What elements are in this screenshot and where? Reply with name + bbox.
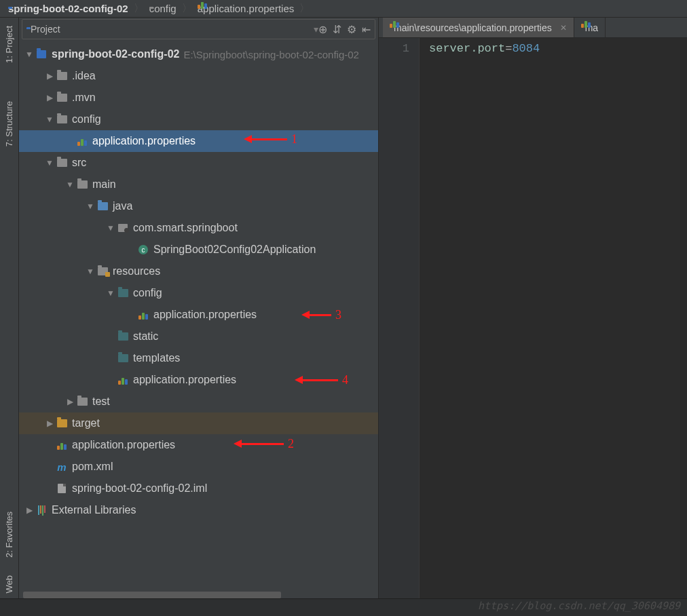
tool-tab-favorites[interactable]: 2: Favorites bbox=[3, 506, 16, 563]
tree-label: config bbox=[72, 113, 101, 126]
folder-icon bbox=[76, 178, 88, 191]
class-icon: c bbox=[137, 244, 149, 256]
tree-label: application.properties bbox=[72, 439, 175, 451]
package-icon bbox=[117, 222, 129, 234]
editor-panel: main\resources\application.properties ✕ … bbox=[379, 18, 687, 598]
tree-root-path: E:\Springboot\spring-boot-02-config-02 bbox=[183, 49, 359, 60]
line-number: 1 bbox=[379, 42, 409, 55]
editor-tab[interactable]: ma bbox=[574, 18, 606, 37]
excluded-folder-icon bbox=[56, 417, 68, 429]
watermark: https://blog.csdn.net/qq_30604989 bbox=[478, 600, 680, 612]
folder-icon bbox=[117, 287, 129, 299]
file-icon bbox=[56, 482, 68, 495]
resources-folder-icon bbox=[96, 265, 109, 277]
tree-file-root-app[interactable]: application.properties bbox=[19, 434, 378, 456]
tree-folder-java[interactable]: ▼ java bbox=[19, 195, 378, 217]
code-area[interactable]: server.port=8084 bbox=[420, 38, 687, 598]
tree-folder-src[interactable]: ▼ src bbox=[19, 152, 378, 174]
tree-folder-target[interactable]: ▶ target bbox=[19, 412, 378, 434]
editor-tab-label: main\resources\application.properties bbox=[394, 22, 552, 33]
project-icon bbox=[35, 48, 48, 60]
tree-label: config bbox=[133, 287, 162, 299]
tree-folder-mvn[interactable]: ▶ .mvn bbox=[19, 87, 378, 109]
folder-icon bbox=[117, 352, 129, 364]
tree-folder-test[interactable]: ▶ test bbox=[19, 391, 378, 412]
tree-label: src bbox=[72, 157, 86, 169]
tree-label: application.properties bbox=[133, 374, 236, 386]
editor-body[interactable]: 1 server.port=8084 bbox=[379, 38, 687, 598]
tree-folder-res-config[interactable]: ▼ config bbox=[19, 282, 378, 304]
line-number-gutter: 1 bbox=[379, 38, 420, 598]
tree-file-res-config-app[interactable]: application.properties bbox=[19, 304, 378, 326]
tree-label: spring-boot-02-config-02.iml bbox=[72, 482, 207, 495]
tree-label: spring-boot-02-config-02 bbox=[52, 48, 179, 60]
breadcrumb-folder[interactable]: config bbox=[145, 0, 181, 17]
project-panel-title: Project bbox=[31, 24, 60, 35]
breadcrumb: spring-boot-02-config-02 〉 config 〉 appl… bbox=[0, 0, 687, 18]
tree-folder-main[interactable]: ▼ main bbox=[19, 174, 378, 195]
tree-external-libraries[interactable]: ▶ External Libraries bbox=[19, 499, 378, 521]
tree-label: test bbox=[92, 396, 110, 408]
folder-icon bbox=[56, 113, 68, 126]
tool-tab-label: 2: Favorites bbox=[4, 512, 14, 558]
project-panel-header[interactable]: Project ▾ ⊕ ⇵ ⚙ ⇤ bbox=[22, 19, 375, 39]
tool-tab-web[interactable]: Web bbox=[3, 570, 16, 599]
tree-label: target bbox=[72, 417, 100, 429]
folder-icon bbox=[56, 92, 68, 104]
locate-icon[interactable]: ⊕ bbox=[318, 23, 327, 36]
tree-root[interactable]: ▼ spring-boot-02-config-02 E:\Springboot… bbox=[19, 43, 378, 65]
breadcrumb-project[interactable]: spring-boot-02-config-02 bbox=[4, 0, 132, 17]
tree-file-config-app[interactable]: application.properties bbox=[19, 130, 378, 152]
editor-tabs: main\resources\application.properties ✕ … bbox=[379, 18, 687, 38]
tree-folder-config[interactable]: ▼ config bbox=[19, 109, 378, 130]
tree-label: com.smart.springboot bbox=[133, 222, 238, 234]
tree-folder-templates[interactable]: templates bbox=[19, 347, 378, 369]
tree-folder-idea[interactable]: ▶ .idea bbox=[19, 65, 378, 87]
breadcrumb-file[interactable]: application.properties bbox=[193, 0, 299, 17]
tool-tab-label: Web bbox=[4, 575, 14, 594]
folder-icon bbox=[117, 330, 129, 343]
tree-class[interactable]: c SpringBoot02Config02Application bbox=[19, 239, 378, 261]
tree-label: application.properties bbox=[92, 135, 196, 147]
tool-tab-structure[interactable]: 7: Structure bbox=[3, 96, 16, 152]
tree-file-res-app[interactable]: application.properties bbox=[19, 369, 378, 391]
tree-file-pom[interactable]: m pom.xml bbox=[19, 456, 378, 478]
properties-icon bbox=[76, 135, 88, 147]
properties-icon bbox=[137, 309, 149, 321]
horizontal-scrollbar[interactable] bbox=[23, 592, 281, 598]
tool-tab-project[interactable]: 1: Project bbox=[3, 20, 16, 69]
breadcrumb-label: spring-boot-02-config-02 bbox=[8, 3, 128, 14]
tree-folder-resources[interactable]: ▼ resources bbox=[19, 261, 378, 282]
chevron-right-icon: 〉 bbox=[298, 2, 311, 15]
tree-file-iml[interactable]: spring-boot-02-config-02.iml bbox=[19, 478, 378, 499]
tree-label: main bbox=[92, 178, 116, 191]
properties-icon bbox=[56, 439, 68, 451]
tool-window-bar-left: 1: Project 7: Structure 2: Favorites Web bbox=[0, 18, 19, 598]
close-icon[interactable]: ✕ bbox=[560, 23, 567, 33]
folder-icon bbox=[76, 396, 88, 408]
tree-folder-static[interactable]: static bbox=[19, 326, 378, 347]
gear-icon[interactable]: ⚙ bbox=[347, 23, 356, 36]
collapse-icon[interactable]: ⇵ bbox=[333, 23, 341, 36]
libraries-icon bbox=[35, 504, 48, 516]
tree-label: .idea bbox=[72, 70, 96, 82]
tool-tab-label: 1: Project bbox=[4, 26, 14, 63]
chevron-right-icon: 〉 bbox=[181, 2, 193, 15]
project-tool-window: Project ▾ ⊕ ⇵ ⚙ ⇤ ▼ spring-boot-02-confi… bbox=[19, 18, 379, 598]
tree-label: java bbox=[113, 200, 132, 212]
tree-label: External Libraries bbox=[52, 504, 136, 516]
tree-package[interactable]: ▼ com.smart.springboot bbox=[19, 217, 378, 239]
tree-label: templates bbox=[133, 352, 180, 364]
folder-icon bbox=[56, 157, 68, 169]
tree-label: application.properties bbox=[153, 309, 257, 321]
breadcrumb-label: config bbox=[149, 3, 177, 14]
project-tree: ▼ spring-boot-02-config-02 E:\Springboot… bbox=[19, 41, 378, 598]
editor-tab-active[interactable]: main\resources\application.properties ✕ bbox=[383, 18, 574, 37]
maven-icon: m bbox=[56, 461, 68, 473]
properties-icon bbox=[117, 374, 129, 386]
tree-label: static bbox=[133, 330, 158, 343]
dropdown-chevron-icon: ▾ bbox=[314, 24, 318, 35]
tree-label: .mvn bbox=[72, 92, 96, 104]
chevron-right-icon: 〉 bbox=[132, 2, 145, 15]
hide-icon[interactable]: ⇤ bbox=[362, 23, 371, 36]
